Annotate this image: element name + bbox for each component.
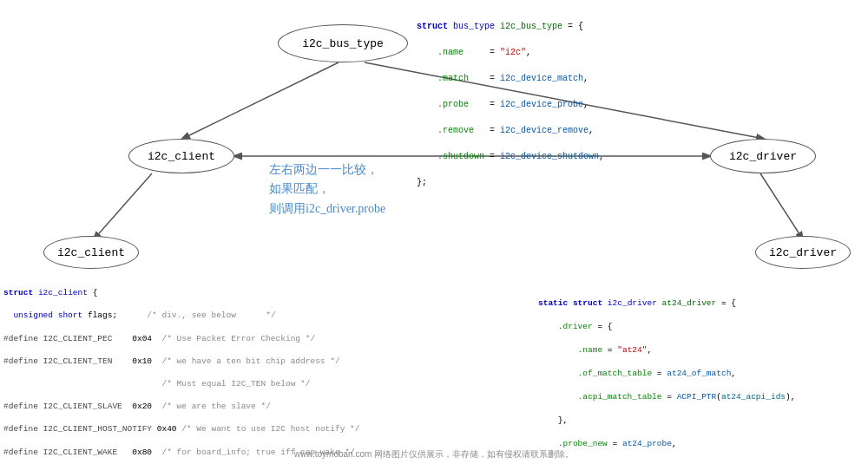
node-client-mid: i2c_client [128, 139, 234, 173]
code-client-struct: struct i2c_client { unsigned short flags… [3, 276, 359, 464]
watermark: www.toymoban.com 网络图片仅供展示，非存储，如有侵权请联系删除。 [0, 448, 868, 461]
code-driver-struct: static struct i2c_driver at24_driver = {… [538, 286, 795, 464]
node-driver-bot: i2c_driver [755, 236, 851, 269]
node-bus-type: i2c_bus_type [278, 24, 408, 62]
node-driver-mid: i2c_driver [710, 139, 816, 173]
svg-line-0 [182, 62, 339, 139]
diagram-area: i2c_bus_type i2c_client i2c_driver i2c_c… [0, 0, 868, 464]
svg-line-3 [760, 173, 803, 239]
annotation-text: 左右两边一一比较， 如果匹配， 则调用i2c_driver.probe [269, 160, 385, 219]
code-bus-type: struct bus_type i2c_bus_type = { .name =… [417, 7, 604, 215]
node-client-bot: i2c_client [43, 236, 139, 269]
svg-line-2 [94, 173, 152, 239]
